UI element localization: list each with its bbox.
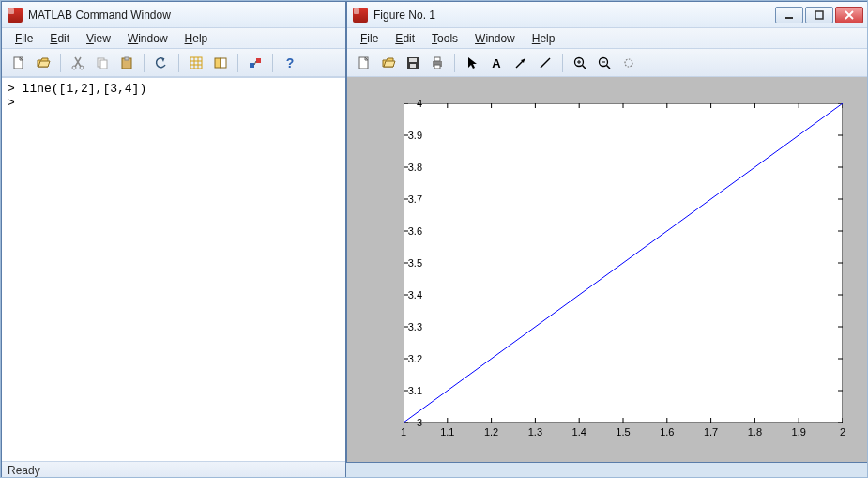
cut-icon[interactable] [67, 52, 89, 74]
x-tick-label: 1.9 [784, 426, 813, 438]
command-window-title: MATLAB Command Window [28, 8, 171, 22]
separator [562, 54, 563, 72]
simulink-icon[interactable] [244, 52, 266, 74]
x-tick-label: 1.7 [697, 426, 725, 438]
close-button[interactable] [835, 7, 863, 23]
separator [144, 54, 145, 72]
rotate-3d-icon[interactable] [617, 52, 640, 74]
figure-titlebar[interactable]: Figure No. 1 [347, 2, 867, 28]
undo-icon[interactable] [150, 52, 173, 74]
matlab-icon [8, 8, 23, 23]
command-editor[interactable]: > line([1,2],[3,4]) > [2, 77, 345, 461]
svg-text:A: A [492, 56, 501, 70]
svg-text:?: ? [286, 55, 295, 70]
path-browser-icon[interactable] [209, 52, 232, 74]
y-tick-label: 3.6 [394, 225, 422, 237]
figure-toolbar: A [347, 49, 867, 77]
x-tick-label: 1.5 [609, 426, 637, 438]
open-file-icon[interactable] [377, 52, 400, 74]
matlab-icon [353, 8, 368, 23]
y-tick-label: 3.5 [394, 257, 422, 269]
figure-window: Figure No. 1 File Edit Tools Window Help [346, 1, 868, 463]
paste-icon[interactable] [115, 52, 138, 74]
plot-axes[interactable] [404, 103, 843, 423]
maximize-button[interactable] [805, 7, 833, 23]
workspace-icon[interactable] [185, 52, 207, 74]
command-window-titlebar[interactable]: MATLAB Command Window [2, 2, 345, 28]
menu-window[interactable]: Window [120, 30, 175, 47]
command-window-menubar: File Edit View Window Help [2, 28, 345, 49]
new-figure-icon[interactable] [353, 52, 375, 74]
save-icon[interactable] [402, 52, 424, 74]
menu-help[interactable]: Help [177, 30, 216, 47]
svg-rect-18 [815, 11, 823, 19]
text-annotation-icon[interactable]: A [485, 52, 508, 74]
print-icon[interactable] [426, 52, 449, 74]
figure-canvas[interactable]: 33.13.23.33.43.53.63.73.83.94 11.11.21.3… [347, 77, 867, 462]
y-tick-label: 3.4 [394, 289, 422, 301]
svg-rect-15 [256, 58, 261, 63]
menu-tools[interactable]: Tools [424, 30, 465, 47]
svg-rect-22 [410, 64, 416, 68]
x-tick-label: 1 [389, 426, 418, 438]
y-tick-label: 4 [394, 98, 422, 109]
menu-window[interactable]: Window [467, 30, 523, 47]
y-tick-label: 3.8 [394, 162, 422, 173]
svg-rect-14 [250, 63, 254, 68]
svg-rect-7 [190, 57, 202, 69]
menu-file[interactable]: File [8, 30, 40, 47]
menu-edit[interactable]: Edit [388, 30, 422, 47]
command-window-statusbar: Ready [2, 461, 345, 478]
x-tick-label: 2 [829, 426, 857, 438]
x-tick-label: 1.3 [521, 426, 549, 438]
line-annotation-icon[interactable] [534, 52, 556, 74]
svg-line-30 [583, 65, 586, 69]
separator [272, 54, 273, 72]
status-text: Ready [8, 464, 40, 477]
svg-rect-13 [221, 58, 226, 68]
command-window-toolbar: ? [2, 49, 345, 77]
x-tick-label: 1.8 [740, 426, 769, 438]
x-tick-label: 1.4 [565, 426, 593, 438]
menu-help[interactable]: Help [525, 30, 563, 47]
separator [178, 54, 179, 72]
zoom-out-icon[interactable] [593, 52, 616, 74]
svg-point-1 [72, 66, 76, 69]
menu-file[interactable]: File [353, 30, 386, 47]
svg-line-28 [541, 58, 550, 68]
svg-rect-4 [100, 60, 107, 69]
help-icon[interactable]: ? [279, 52, 301, 74]
svg-line-34 [607, 65, 611, 69]
svg-rect-25 [434, 65, 440, 69]
x-tick-label: 1.6 [653, 426, 681, 438]
svg-rect-6 [125, 57, 129, 60]
y-tick-label: 3.2 [394, 353, 422, 364]
x-tick-label: 1.1 [434, 426, 462, 438]
command-window: MATLAB Command Window File Edit View Win… [1, 1, 346, 478]
separator [60, 54, 61, 72]
new-file-icon[interactable] [8, 52, 30, 74]
command-line-0: > line([1,2],[3,4]) [8, 82, 146, 96]
separator [237, 54, 238, 72]
pointer-icon[interactable] [461, 52, 483, 74]
open-file-icon[interactable] [32, 52, 54, 74]
menu-view[interactable]: View [79, 30, 118, 47]
menu-edit-label: dit [57, 32, 69, 45]
command-line-1: > [8, 96, 15, 110]
menu-window-label: indow [138, 32, 167, 45]
menu-edit[interactable]: Edit [42, 30, 77, 47]
zoom-in-icon[interactable] [569, 52, 591, 74]
copy-icon[interactable] [91, 52, 114, 74]
menu-view-label: iew [94, 32, 111, 45]
svg-rect-12 [215, 58, 221, 68]
menu-file-label: ile [22, 32, 33, 45]
plot-svg [404, 103, 843, 423]
y-tick-label: 3.9 [394, 130, 422, 141]
figure-menubar: File Edit Tools Window Help [347, 28, 867, 49]
minimize-button[interactable] [775, 7, 803, 23]
x-tick-label: 1.2 [478, 426, 506, 438]
svg-rect-24 [434, 57, 440, 61]
arrow-annotation-icon[interactable] [510, 52, 532, 74]
separator [454, 54, 455, 72]
y-tick-label: 3.1 [394, 385, 422, 396]
